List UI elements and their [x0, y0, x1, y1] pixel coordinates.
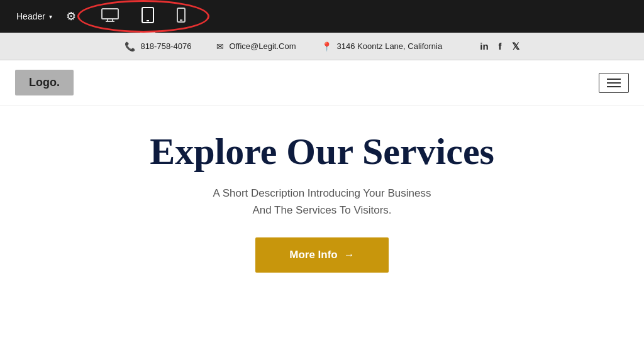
contact-bar: 📞 818-758-4076 ✉ Office@Legit.Com 📍 3146… — [0, 33, 644, 60]
phone-icon: 📞 — [125, 41, 135, 52]
desktop-view-button[interactable] — [96, 6, 124, 28]
email-icon: ✉ — [216, 41, 224, 52]
chevron-down-icon: ▾ — [49, 13, 52, 20]
hero-description: A Short Description Introducing Your Bus… — [213, 185, 431, 219]
settings-button[interactable]: ⚙ — [66, 9, 76, 23]
twitter-icon[interactable]: 𝕏 — [512, 41, 519, 52]
email-address: Office@Legit.Com — [229, 41, 296, 51]
header-dropdown-button[interactable]: Header ▾ — [10, 8, 58, 25]
menu-line-3 — [607, 86, 621, 87]
tablet-icon — [142, 7, 154, 23]
logo: Logo. — [15, 70, 74, 95]
hamburger-menu-button[interactable] — [599, 73, 629, 93]
hero-title: Explore Our Services — [150, 131, 494, 172]
mobile-icon — [177, 8, 186, 23]
more-info-label: More Info — [289, 249, 338, 261]
location-contact: 📍 3146 Koontz Lane, California — [321, 41, 443, 52]
hero-description-line2: And The Services To Visitors. — [252, 204, 391, 216]
hero-description-line1: A Short Description Introducing Your Bus… — [213, 187, 431, 199]
device-switcher — [96, 4, 191, 29]
linkedin-icon[interactable]: in — [480, 41, 488, 52]
email-contact: ✉ Office@Legit.Com — [216, 41, 296, 52]
nav-bar: Logo. — [0, 60, 644, 106]
hero-section: Explore Our Services A Short Description… — [0, 106, 644, 291]
mobile-view-button[interactable] — [172, 5, 191, 28]
social-links: in f 𝕏 — [480, 41, 519, 52]
location-icon: 📍 — [321, 41, 332, 52]
desktop-icon — [101, 8, 119, 22]
toolbar: Header ▾ ⚙ — [0, 0, 644, 33]
more-info-button[interactable]: More Info → — [255, 237, 389, 273]
svg-rect-0 — [102, 9, 118, 19]
tablet-view-button[interactable] — [136, 4, 159, 29]
facebook-icon[interactable]: f — [499, 41, 502, 52]
menu-line-1 — [607, 79, 621, 80]
arrow-icon: → — [344, 249, 355, 261]
hamburger-icon — [607, 79, 621, 87]
phone-contact: 📞 818-758-4076 — [125, 41, 191, 52]
menu-line-2 — [607, 82, 621, 84]
location-text: 3146 Koontz Lane, California — [337, 41, 443, 51]
header-label: Header — [16, 11, 45, 21]
phone-number: 818-758-4076 — [140, 41, 191, 51]
gear-icon: ⚙ — [66, 10, 76, 23]
